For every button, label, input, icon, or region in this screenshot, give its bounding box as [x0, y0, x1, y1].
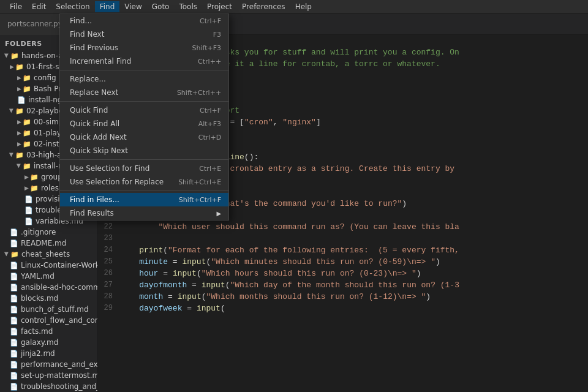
file-icon: 📄: [10, 273, 18, 281]
sidebar-item-label: Linux-Container-Workflow.m: [21, 261, 97, 270]
sidebar-item-label: .gitignore: [21, 228, 56, 236]
menu-find[interactable]: Find: [95, 1, 120, 12]
file-icon: 📄: [10, 383, 18, 391]
menu-item-label: Find Next: [70, 30, 104, 39]
menu-item-find-next[interactable]: Find Next F3: [60, 28, 228, 41]
shortcut-label: Alt+F3: [198, 120, 221, 128]
menu-item-label: Find...: [70, 17, 92, 25]
menu-item-quick-add-next[interactable]: Quick Add Next Ctrl+D: [60, 130, 228, 144]
sidebar-item-label: facts.md: [21, 327, 53, 336]
menu-item-label: Quick Find: [70, 106, 108, 115]
sidebar-item-control-flow[interactable]: 📄 control_flow_and_conditiona: [0, 315, 97, 326]
menu-item-label: Find in Files...: [70, 195, 119, 204]
folder-icon: 📁: [23, 129, 31, 137]
menu-item-label: Quick Skip Next: [70, 146, 128, 155]
menu-item-label: Find Results: [70, 209, 114, 217]
chevron-icon: ▶: [17, 130, 21, 136]
menu-item-replace-next[interactable]: Replace Next Shift+Ctrl++: [60, 86, 228, 99]
menu-goto[interactable]: Goto: [147, 1, 175, 12]
code-line: 27 dayofmonth = input("Which day of the …: [98, 279, 588, 291]
sidebar-item-label: ansible-ad-hoc-commands: [21, 283, 97, 292]
file-icon: 📄: [10, 228, 18, 236]
menu-item-quick-find-all[interactable]: Quick Find All Alt+F3: [60, 117, 228, 130]
menu-tools[interactable]: Tools: [174, 1, 202, 12]
sidebar-item-readme-md[interactable]: 📄 README.md: [0, 238, 97, 249]
chevron-icon: ▶: [16, 164, 22, 168]
menu-item-find-previous[interactable]: Find Previous Shift+F3: [60, 41, 228, 55]
sidebar-item-ansible-adhoc[interactable]: 📄 ansible-ad-hoc-commands: [0, 282, 97, 293]
menu-help[interactable]: Help: [290, 1, 317, 12]
menu-view[interactable]: View: [119, 1, 146, 12]
menu-item-label: Use Selection for Replace: [70, 178, 164, 186]
folder-icon: 📁: [15, 63, 24, 71]
shortcut-label: Ctrl+D: [198, 134, 221, 141]
menu-item-label: Replace...: [70, 75, 106, 83]
sidebar-item-performance[interactable]: 📄 performance_and_execution: [0, 359, 97, 370]
shortcut-label: Shift+Ctrl+E: [178, 178, 221, 186]
sidebar-item-label: YAML.md: [21, 272, 55, 281]
folder-icon: 📁: [23, 140, 31, 148]
sidebar-item-label: control_flow_and_conditiona: [21, 316, 97, 325]
shortcut-label: Ctrl+E: [199, 165, 221, 173]
menu-file[interactable]: File: [5, 1, 27, 12]
menu-item-find[interactable]: Find... Ctrl+F: [60, 14, 228, 28]
sidebar-item-yaml-md[interactable]: 📄 YAML.md: [0, 271, 97, 282]
sidebar-item-jinja2-md[interactable]: 📄 jinja2.md: [0, 348, 97, 359]
sidebar-item-linux-container[interactable]: 📄 Linux-Container-Workflow.m: [0, 260, 97, 271]
file-icon: 📄: [10, 339, 18, 347]
menu-divider: [60, 101, 228, 102]
code-line: 29 dayofweek = input(: [98, 303, 588, 314]
menu-selection[interactable]: Selection: [51, 1, 94, 12]
menu-item-label: Replace Next: [70, 88, 118, 97]
chevron-icon: ▶: [9, 153, 15, 157]
menu-item-quick-skip-next[interactable]: Quick Skip Next: [60, 144, 228, 157]
folder-icon: 📁: [10, 52, 19, 60]
sidebar-item-facts-md[interactable]: 📄 facts.md: [0, 326, 97, 337]
sidebar-item-cheat-sheets[interactable]: ▶ 📁 cheat_sheets: [0, 249, 97, 260]
chevron-icon: ▶: [24, 174, 29, 180]
file-icon: 📄: [24, 195, 33, 203]
file-icon: 📄: [10, 295, 18, 303]
file-icon: 📄: [10, 239, 18, 247]
chevron-icon: ▶: [17, 75, 21, 81]
sidebar-item-galaxy-md[interactable]: 📄 galaxy.md: [0, 337, 97, 348]
sidebar-item-gitignore[interactable]: 📄 .gitignore: [0, 227, 97, 238]
file-icon: 📄: [10, 350, 18, 358]
folder-icon: 📁: [23, 74, 31, 82]
shortcut-label: Ctrl+F: [200, 107, 221, 115]
menu-project[interactable]: Project: [202, 1, 237, 12]
menu-item-quick-find[interactable]: Quick Find Ctrl+F: [60, 104, 228, 117]
tab-portscanner-label: portscanner.py: [7, 20, 62, 28]
file-icon: 📄: [17, 96, 26, 104]
menu-item-label: Quick Find All: [70, 119, 119, 128]
shortcut-label: Shift+Ctrl+F: [179, 196, 221, 204]
sidebar-item-set-up-mattermost[interactable]: 📄 set-up-mattermost.md: [0, 370, 97, 381]
sidebar-item-troubleshoot2[interactable]: 📄 troubleshooting_and_debug: [0, 381, 97, 392]
code-line: 26 hour = input("Which hours should this…: [98, 268, 588, 279]
menu-bar: File Edit Selection Find View Goto Tools…: [0, 0, 588, 13]
menu-item-find-in-files[interactable]: Find in Files... Shift+Ctrl+F: [60, 193, 228, 206]
sidebar-item-blocks-md[interactable]: 📄 blocks.md: [0, 293, 97, 304]
sidebar-item-label: troubleshooting_and_debug: [21, 382, 97, 391]
file-icon: 📄: [10, 372, 18, 380]
menu-divider: [60, 190, 228, 191]
sidebar-item-label: README.md: [21, 239, 66, 247]
sidebar-item-bunch-of-stuff[interactable]: 📄 bunch_of_stuff.md: [0, 304, 97, 315]
shortcut-label: Shift+F3: [192, 44, 222, 52]
menu-item-replace[interactable]: Replace...: [60, 72, 228, 86]
folder-icon: 📁: [23, 162, 31, 170]
shortcut-label: Ctrl++: [198, 58, 221, 66]
file-icon: 📄: [10, 361, 18, 369]
sidebar-item-label: blocks.md: [21, 294, 58, 303]
menu-item-use-selection-replace[interactable]: Use Selection for Replace Shift+Ctrl+E: [60, 175, 228, 189]
menu-edit[interactable]: Edit: [27, 1, 51, 12]
menu-item-use-selection-find[interactable]: Use Selection for Find Ctrl+E: [60, 162, 228, 175]
menu-item-find-results[interactable]: Find Results ▶: [60, 206, 228, 220]
sidebar-item-label: bunch_of_stuff.md: [21, 305, 89, 314]
menu-item-incremental-find[interactable]: Incremental Find Ctrl++: [60, 55, 228, 68]
file-icon: 📄: [10, 317, 18, 325]
menu-preferences[interactable]: Preferences: [237, 1, 290, 12]
shortcut-label: F3: [213, 31, 221, 39]
file-icon: 📄: [10, 262, 18, 270]
file-icon: 📄: [10, 328, 18, 336]
